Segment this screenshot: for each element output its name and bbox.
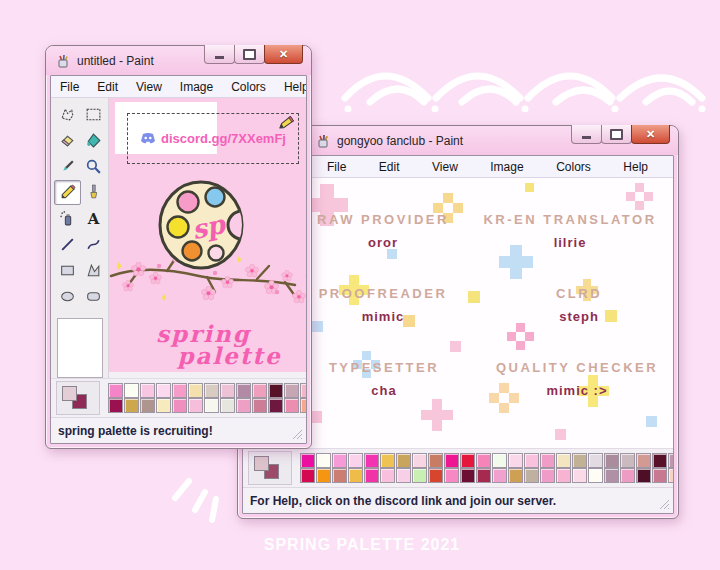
palette-swatch[interactable] bbox=[172, 398, 187, 413]
palette-swatch[interactable] bbox=[668, 453, 674, 468]
palette-swatch[interactable] bbox=[300, 383, 307, 398]
left-canvas[interactable]: discord.gg/7XXemFj bbox=[109, 98, 306, 372]
palette-swatch[interactable] bbox=[236, 383, 251, 398]
palette-swatch[interactable] bbox=[572, 468, 587, 483]
palette-swatch[interactable] bbox=[652, 453, 667, 468]
palette-swatch[interactable] bbox=[108, 383, 123, 398]
foreground-color[interactable] bbox=[62, 386, 77, 401]
palette-swatch[interactable] bbox=[540, 453, 555, 468]
palette-swatch[interactable] bbox=[556, 453, 571, 468]
menu-help[interactable]: Help bbox=[614, 160, 657, 174]
palette-swatch[interactable] bbox=[332, 453, 347, 468]
maximize-button[interactable] bbox=[234, 45, 265, 64]
palette-swatch[interactable] bbox=[300, 453, 315, 468]
menu-image[interactable]: Image bbox=[171, 80, 222, 94]
menu-file[interactable]: File bbox=[51, 80, 88, 94]
tool-text-icon[interactable]: A bbox=[80, 206, 107, 231]
palette-swatch[interactable] bbox=[620, 468, 635, 483]
palette-swatch[interactable] bbox=[636, 453, 651, 468]
palette-swatch[interactable] bbox=[428, 453, 443, 468]
palette-swatch[interactable] bbox=[428, 468, 443, 483]
palette-swatch[interactable] bbox=[268, 383, 283, 398]
palette-swatch[interactable] bbox=[252, 383, 267, 398]
palette-swatch[interactable] bbox=[572, 453, 587, 468]
discord-link[interactable]: discord.gg/7XXemFj bbox=[161, 131, 286, 146]
tool-select-icon[interactable] bbox=[80, 102, 107, 127]
tool-brush-icon[interactable] bbox=[80, 180, 107, 205]
palette-swatch[interactable] bbox=[508, 453, 523, 468]
palette-swatch[interactable] bbox=[172, 383, 187, 398]
palette-swatch[interactable] bbox=[652, 468, 667, 483]
palette-swatch[interactable] bbox=[124, 383, 139, 398]
resize-grip-icon[interactable] bbox=[659, 499, 670, 510]
palette-swatch[interactable] bbox=[444, 453, 459, 468]
menu-view[interactable]: View bbox=[423, 160, 467, 174]
menu-image[interactable]: Image bbox=[481, 160, 532, 174]
minimize-button[interactable] bbox=[571, 125, 602, 144]
tool-pencil-icon[interactable] bbox=[54, 180, 81, 205]
close-button[interactable]: ✕ bbox=[264, 45, 303, 64]
palette-swatch[interactable] bbox=[364, 453, 379, 468]
palette-swatch[interactable] bbox=[492, 453, 507, 468]
palette-swatch[interactable] bbox=[268, 398, 283, 413]
palette-swatch[interactable] bbox=[476, 453, 491, 468]
minimize-button[interactable] bbox=[204, 45, 235, 64]
left-color-picker[interactable] bbox=[56, 381, 100, 415]
tool-curve-icon[interactable] bbox=[80, 232, 107, 257]
palette-swatch[interactable] bbox=[588, 453, 603, 468]
palette-swatch[interactable] bbox=[140, 383, 155, 398]
palette-swatch[interactable] bbox=[300, 398, 307, 413]
palette-swatch[interactable] bbox=[524, 468, 539, 483]
palette-swatch[interactable] bbox=[492, 468, 507, 483]
foreground-color[interactable] bbox=[254, 456, 269, 471]
palette-swatch[interactable] bbox=[476, 468, 491, 483]
palette-swatch[interactable] bbox=[380, 468, 395, 483]
palette-swatch[interactable] bbox=[284, 398, 299, 413]
palette-swatch[interactable] bbox=[300, 468, 315, 483]
palette-swatch[interactable] bbox=[588, 468, 603, 483]
left-titlebar[interactable]: untitled - Paint ✕ bbox=[46, 46, 311, 75]
palette-swatch[interactable] bbox=[316, 453, 331, 468]
tool-free-form-select-icon[interactable] bbox=[54, 102, 81, 127]
palette-swatch[interactable] bbox=[524, 453, 539, 468]
palette-swatch[interactable] bbox=[604, 453, 619, 468]
palette-swatch[interactable] bbox=[348, 453, 363, 468]
menu-view[interactable]: View bbox=[127, 80, 171, 94]
palette-swatch[interactable] bbox=[204, 383, 219, 398]
palette-swatch[interactable] bbox=[220, 383, 235, 398]
tool-polygon-icon[interactable] bbox=[80, 258, 107, 283]
palette-swatch[interactable] bbox=[156, 383, 171, 398]
palette-swatch[interactable] bbox=[156, 398, 171, 413]
resize-grip-icon[interactable] bbox=[292, 429, 303, 440]
palette-swatch[interactable] bbox=[236, 398, 251, 413]
palette-swatch[interactable] bbox=[204, 398, 219, 413]
palette-swatch[interactable] bbox=[620, 453, 635, 468]
palette-swatch[interactable] bbox=[444, 468, 459, 483]
palette-swatch[interactable] bbox=[556, 468, 571, 483]
tool-airbrush-icon[interactable] bbox=[54, 206, 81, 231]
palette-swatch[interactable] bbox=[396, 468, 411, 483]
palette-swatch[interactable] bbox=[668, 468, 674, 483]
tool-color-picker-icon[interactable] bbox=[54, 154, 81, 179]
palette-swatch[interactable] bbox=[364, 468, 379, 483]
palette-swatch[interactable] bbox=[188, 398, 203, 413]
palette-swatch[interactable] bbox=[396, 453, 411, 468]
palette-swatch[interactable] bbox=[412, 453, 427, 468]
palette-swatch[interactable] bbox=[636, 468, 651, 483]
maximize-button[interactable] bbox=[601, 125, 632, 144]
palette-swatch[interactable] bbox=[508, 468, 523, 483]
palette-swatch[interactable] bbox=[412, 468, 427, 483]
tool-fill-icon[interactable] bbox=[80, 128, 107, 153]
menu-edit[interactable]: Edit bbox=[370, 160, 409, 174]
menu-colors[interactable]: Colors bbox=[222, 80, 275, 94]
menu-help[interactable]: Help bbox=[275, 80, 307, 94]
tool-ellipse-icon[interactable] bbox=[54, 284, 81, 309]
palette-swatch[interactable] bbox=[460, 468, 475, 483]
palette-swatch[interactable] bbox=[220, 398, 235, 413]
palette-swatch[interactable] bbox=[332, 468, 347, 483]
tool-eraser-icon[interactable] bbox=[54, 128, 81, 153]
tool-rectangle-icon[interactable] bbox=[54, 258, 81, 283]
palette-swatch[interactable] bbox=[316, 468, 331, 483]
menu-colors[interactable]: Colors bbox=[547, 160, 600, 174]
menu-file[interactable]: File bbox=[318, 160, 355, 174]
